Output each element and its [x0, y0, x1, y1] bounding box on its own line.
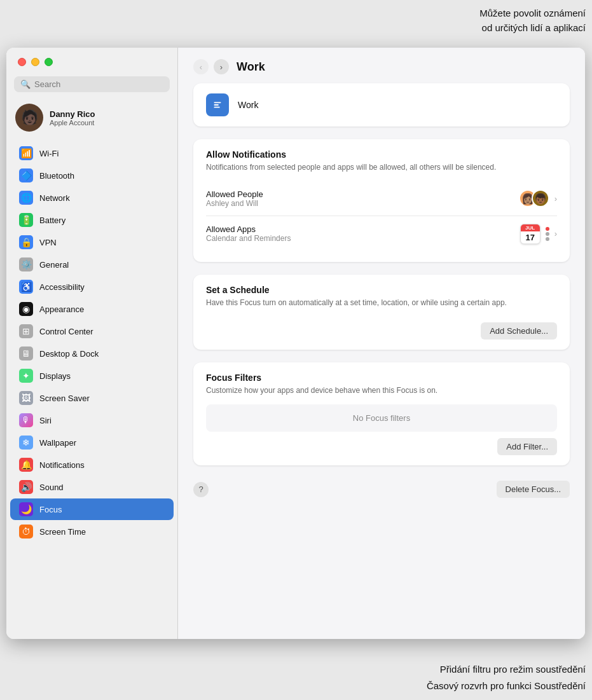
- notifications-icon: 🔔: [19, 458, 33, 472]
- add-filter-button[interactable]: Add Filter...: [497, 438, 557, 455]
- appearance-icon: ◉: [19, 302, 33, 316]
- sidebar-item-appearance[interactable]: ◉Appearance: [10, 298, 174, 320]
- sidebar-item-battery[interactable]: 🔋Battery: [10, 209, 174, 231]
- delete-focus-button[interactable]: Delete Focus...: [497, 481, 570, 498]
- svg-rect-3: [214, 107, 220, 108]
- controlcenter-icon: ⊞: [19, 324, 33, 338]
- back-button[interactable]: ‹: [193, 59, 209, 74]
- general-label: General: [39, 260, 69, 270]
- allowed-people-subtitle: Ashley and Will: [206, 199, 263, 208]
- appearance-label: Appearance: [39, 305, 84, 314]
- sidebar-item-vpn[interactable]: 🔒VPN: [10, 231, 174, 253]
- vpn-label: VPN: [39, 238, 57, 247]
- user-profile[interactable]: 🧑🏿 Danny Rico Apple Account: [6, 99, 177, 139]
- general-icon: ⚙️: [19, 257, 33, 271]
- wallpaper-label: Wallpaper: [39, 438, 76, 448]
- battery-icon: 🔋: [19, 213, 33, 227]
- schedule-title: Set a Schedule: [206, 285, 557, 295]
- traffic-lights: [6, 48, 177, 74]
- bottom-actions: ? Delete Focus...: [178, 481, 585, 513]
- focus-app-name: Work: [238, 100, 258, 110]
- siri-label: Siri: [39, 416, 52, 425]
- maximize-button[interactable]: [45, 58, 53, 66]
- sidebar-item-sound[interactable]: 🔊Sound: [10, 476, 174, 498]
- sound-icon: 🔊: [19, 480, 33, 494]
- allowed-apps-chevron: ›: [554, 229, 557, 238]
- sidebar-item-siri[interactable]: 🎙Siri: [10, 409, 174, 431]
- allow-notifications-title: Allow Notifications: [206, 149, 557, 160]
- network-icon: 🌐: [19, 191, 33, 205]
- sound-label: Sound: [39, 483, 64, 492]
- user-name: Danny Rico: [50, 109, 95, 119]
- screentime-label: Screen Time: [39, 527, 86, 537]
- minimize-button[interactable]: [31, 58, 39, 66]
- help-button[interactable]: ?: [193, 482, 209, 497]
- siri-icon: 🎙: [19, 413, 33, 427]
- focus-filters-title: Focus Filters: [206, 373, 557, 383]
- focus-app-card: Work: [193, 83, 570, 127]
- focus-label: Focus: [39, 505, 62, 514]
- svg-rect-1: [214, 102, 221, 103]
- wifi-label: Wi-Fi: [39, 149, 59, 158]
- wallpaper-icon: ❄: [19, 436, 33, 450]
- bluetooth-label: Bluetooth: [39, 171, 74, 181]
- network-label: Network: [39, 193, 70, 203]
- search-icon: 🔍: [20, 79, 31, 89]
- search-input[interactable]: [34, 79, 163, 89]
- battery-label: Battery: [39, 216, 65, 225]
- allowed-people-row[interactable]: Allowed People Ashley and Will 👩🏽 👦🏾 ›: [206, 182, 557, 216]
- sidebar-item-general[interactable]: ⚙️General: [10, 254, 174, 275]
- displays-label: Displays: [39, 371, 71, 381]
- allowed-people-title: Allowed People: [206, 189, 263, 199]
- sidebar-item-network[interactable]: 🌐Network: [10, 187, 174, 209]
- sidebar-item-wallpaper[interactable]: ❄Wallpaper: [10, 432, 174, 453]
- sidebar-item-screentime[interactable]: ⏱Screen Time: [10, 521, 174, 542]
- calendar-icon: JUL 17: [520, 224, 540, 244]
- notifications-label: Notifications: [39, 460, 85, 470]
- accessibility-label: Accessibility: [39, 282, 85, 292]
- sidebar-item-notifications[interactable]: 🔔Notifications: [10, 454, 174, 476]
- focus-app-icon: [206, 93, 229, 116]
- sidebar-section: 📶Wi-Fi🔷Bluetooth🌐Network🔋Battery🔒VPN⚙️Ge…: [6, 139, 177, 546]
- schedule-section: Set a Schedule Have this Focus turn on a…: [193, 275, 570, 350]
- controlcenter-label: Control Center: [39, 327, 93, 336]
- add-schedule-button[interactable]: Add Schedule...: [481, 322, 557, 340]
- main-content: ‹ › Work Work Allow Notification: [178, 48, 585, 639]
- sidebar-item-screensaver[interactable]: 🖼Screen Saver: [10, 387, 174, 409]
- page-title: Work: [237, 60, 265, 74]
- screentime-icon: ⏱: [19, 525, 33, 539]
- focus-filters-section: Focus Filters Customize how your apps an…: [193, 362, 570, 466]
- desktop-label: Desktop & Dock: [39, 349, 99, 359]
- sidebar-item-accessibility[interactable]: ♿Accessibility: [10, 276, 174, 298]
- user-info: Danny Rico Apple Account: [50, 109, 95, 127]
- forward-button[interactable]: ›: [214, 59, 229, 74]
- allow-notifications-section: Allow Notifications Notifications from s…: [193, 139, 570, 262]
- focus-filters-desc: Customize how your apps and device behav…: [206, 385, 557, 396]
- allowed-apps-row[interactable]: Allowed Apps Calendar and Reminders JUL …: [206, 216, 557, 252]
- sidebar-item-bluetooth[interactable]: 🔷Bluetooth: [10, 165, 174, 186]
- schedule-desc: Have this Focus turn on automatically at…: [206, 298, 557, 308]
- allowed-apps-subtitle: Calendar and Reminders: [206, 234, 291, 243]
- focus-icon: 🌙: [19, 502, 33, 516]
- sidebar-item-wifi[interactable]: 📶Wi-Fi: [10, 142, 174, 164]
- displays-icon: ✦: [19, 369, 33, 383]
- sidebar-item-focus[interactable]: 🌙Focus: [10, 498, 174, 520]
- screensaver-label: Screen Saver: [39, 394, 90, 403]
- avatar-will: 👦🏾: [532, 189, 549, 207]
- settings-window: 🔍 🧑🏿 Danny Rico Apple Account 📶Wi-Fi🔷Blu…: [6, 48, 585, 639]
- close-button[interactable]: [18, 58, 26, 66]
- annotation-top-right: Můžete povolit oznámení od určitých lidí…: [479, 6, 586, 35]
- svg-rect-2: [214, 104, 219, 106]
- allow-notifications-desc: Notifications from selected people and a…: [206, 162, 557, 173]
- screensaver-icon: 🖼: [19, 391, 33, 405]
- reminders-icon: [546, 227, 549, 241]
- sidebar-item-desktop[interactable]: 🖥Desktop & Dock: [10, 343, 174, 364]
- bluetooth-icon: 🔷: [19, 168, 33, 182]
- main-header: ‹ › Work: [178, 48, 585, 83]
- wifi-icon: 📶: [19, 146, 33, 160]
- desktop-icon: 🖥: [19, 347, 33, 360]
- sidebar-item-controlcenter[interactable]: ⊞Control Center: [10, 320, 174, 342]
- accessibility-icon: ♿: [19, 280, 33, 294]
- search-bar[interactable]: 🔍: [14, 76, 170, 92]
- sidebar-item-displays[interactable]: ✦Displays: [10, 365, 174, 387]
